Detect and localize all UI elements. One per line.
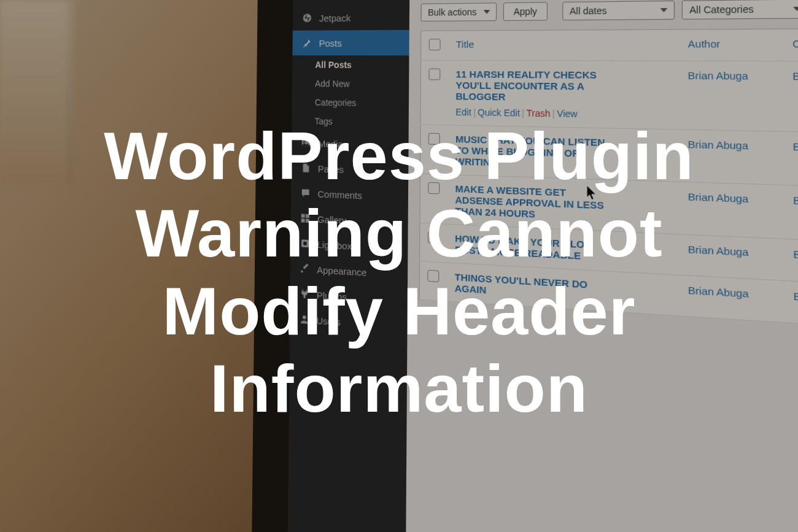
author-link[interactable]: Brian Abuga (688, 69, 748, 82)
wp-main-content: All (9) | Published (9) | Trash (2) Bulk… (406, 0, 798, 532)
row-checkbox[interactable] (428, 182, 440, 195)
action-quick-edit[interactable]: Quick Edit (478, 107, 520, 118)
pin-icon (301, 37, 313, 49)
plug-icon (298, 287, 311, 301)
svg-point-10 (303, 315, 306, 320)
book-edge (0, 0, 74, 184)
svg-rect-7 (306, 219, 309, 223)
row-actions: Edit|Quick Edit|Trash|View (455, 107, 670, 121)
col-author[interactable]: Author (679, 29, 783, 61)
submenu-add-new[interactable]: Add New (292, 74, 409, 94)
row-checkbox[interactable] (428, 68, 440, 80)
author-link[interactable]: Brian Abuga (688, 191, 748, 205)
sidebar-item-label: Comments (317, 188, 362, 201)
category-link[interactable]: BLOGGING, FUN (793, 141, 798, 155)
row-checkbox[interactable] (427, 270, 439, 282)
wp-admin-sidebar: G Site Kit Jetpack Posts All Posts Add N… (287, 0, 409, 532)
sidebar-item-pages[interactable]: Pages (291, 155, 408, 184)
sidebar-item-label: Plugins (317, 290, 347, 303)
svg-rect-4 (301, 214, 305, 218)
col-title[interactable]: Title (448, 29, 679, 61)
post-title-link[interactable]: HOW TO MAKE YOUR BLOG POSTS MORE READABL… (455, 233, 611, 263)
action-trash[interactable]: Trash (527, 108, 551, 119)
category-link[interactable]: BLOGGING (793, 194, 798, 208)
tablenav-top: Bulk actions Apply All dates All Categor… (420, 0, 798, 21)
post-title-link[interactable]: 11 HARSH REALITY CHECKS YOU'LL ENCOUNTER… (455, 69, 611, 104)
row-checkbox[interactable] (428, 231, 440, 244)
category-link[interactable]: BLOGGING (792, 70, 798, 82)
action-view[interactable]: View (557, 108, 578, 119)
sidebar-item-label: Lightbox (317, 239, 352, 251)
lightbox-icon (299, 237, 311, 250)
posts-table: Title Author Categories 11 HARSH REALITY… (419, 28, 798, 333)
table-row: 11 HARSH REALITY CHECKS YOU'LL ENCOUNTER… (420, 60, 798, 134)
wp-admin-screen: G Site Kit Jetpack Posts All Posts Add N… (287, 0, 798, 532)
post-title-link[interactable]: MUSIC THAT YOU CAN LISTEN TO WHILE BLOGG… (455, 134, 611, 171)
media-icon (300, 136, 312, 149)
sidebar-item-label: Gallery (317, 214, 346, 226)
author-link[interactable]: Brian Abuga (688, 138, 748, 151)
sidebar-item-label: Pages (318, 163, 344, 175)
sidebar-item-label: Users (316, 315, 340, 327)
select-all-checkbox[interactable] (429, 39, 441, 50)
dates-select[interactable]: All dates (562, 1, 675, 20)
gallery-icon (299, 212, 311, 225)
sidebar-item-label: Media (318, 138, 343, 149)
sidebar-item-jetpack[interactable]: Jetpack (293, 4, 409, 31)
svg-rect-5 (306, 214, 309, 218)
post-title-link[interactable]: THINGS YOU'LL NEVER DO AGAIN (455, 271, 611, 303)
author-link[interactable]: Brian Abuga (688, 284, 749, 299)
submenu-all-posts[interactable]: All Posts (292, 55, 409, 75)
jetpack-icon (301, 12, 314, 24)
svg-point-1 (303, 13, 311, 22)
submenu-categories[interactable]: Categories (292, 93, 409, 113)
action-edit[interactable]: Edit (455, 107, 471, 117)
sidebar-item-label: Posts (319, 37, 342, 48)
comment-icon (300, 187, 312, 199)
categories-select[interactable]: All Categories (681, 0, 798, 20)
sidebar-item-label: Jetpack (319, 12, 351, 23)
sidebar-item-label: Appearance (317, 264, 366, 277)
sidebar-item-media[interactable]: Media (292, 130, 409, 158)
post-title-link[interactable]: MAKE A WEBSITE GET ADSENSE APPROVAL IN L… (455, 183, 610, 223)
page-icon (300, 161, 312, 174)
brush-icon (299, 262, 311, 276)
submenu-tags[interactable]: Tags (292, 112, 409, 133)
author-link[interactable]: Brian Abuga (688, 243, 749, 258)
svg-rect-6 (301, 218, 305, 222)
col-categories[interactable]: Categories (783, 28, 798, 61)
sidebar-item-posts[interactable]: Posts (292, 30, 409, 56)
apply-button[interactable]: Apply (503, 2, 547, 21)
user-icon (298, 312, 311, 326)
laptop-scene: G Site Kit Jetpack Posts All Posts Add N… (251, 0, 798, 532)
category-link[interactable]: BLOGGING (794, 290, 798, 306)
bulk-actions-select[interactable]: Bulk actions (420, 2, 497, 21)
category-link[interactable]: BLOGGING (793, 248, 798, 263)
row-checkbox[interactable] (428, 133, 440, 145)
desk-background (0, 0, 295, 532)
select-all-cell (421, 31, 449, 60)
